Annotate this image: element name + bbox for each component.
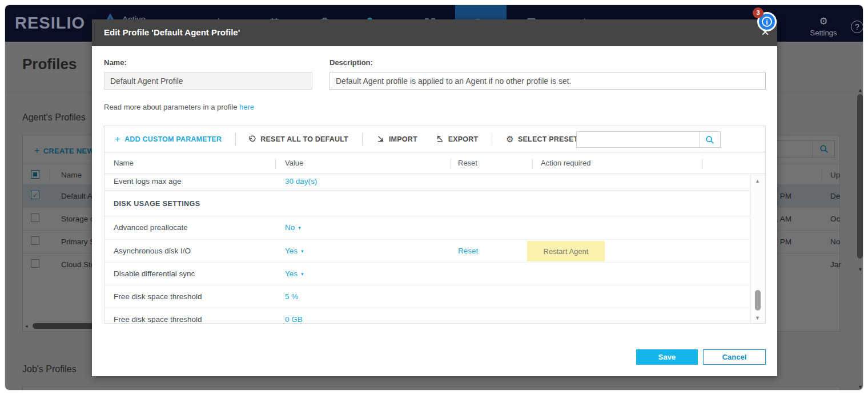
modal-title: Edit Profile 'Default Agent Profile' [104,27,240,37]
notification-badge: 3 [753,7,763,18]
parameter-search-input[interactable] [577,132,699,147]
chevron-down-icon: ▾ [301,248,304,254]
profile-description-field[interactable] [329,72,766,90]
parameter-search-box [576,131,721,148]
modal-header: Edit Profile 'Default Agent Profile' × [92,19,777,46]
export-icon [436,135,444,143]
parameter-value[interactable]: 0 GB [285,315,303,323]
parameter-value[interactable]: 5 % [285,292,298,301]
edit-profile-modal: Edit Profile 'Default Agent Profile' × N… [92,19,777,376]
parameter-value-dropdown[interactable]: Yes▾ [285,269,304,278]
parameter-row: Disable differential sync Yes▾ [105,262,751,285]
window-frame: RESILIO Active [0,0,868,395]
parameter-row: Event logs max age 30 day(s) [105,175,751,191]
parameter-value-dropdown[interactable]: Yes▾ [285,247,304,255]
parameters-panel: + ADD CUSTOM PARAMETER RESET ALL TO DEFA… [104,126,766,324]
parameters-scrollbar[interactable]: ▲ ▼ [750,175,765,323]
profile-name-field[interactable] [104,72,312,90]
plus-icon: + [115,134,120,145]
description-label: Description: [329,58,373,67]
readmore-text: Read more about parameters in a profile … [104,103,254,111]
undo-icon [248,135,256,143]
section-header-row: DISK USAGE SETTINGS [105,191,751,216]
column-name: Name [114,159,134,167]
import-icon [376,135,385,143]
parameters-table-body: Event logs max age 30 day(s) DISK USAGE … [105,175,765,323]
scrollbar-thumb[interactable] [755,290,761,311]
parameter-row: Asynchronous disk I/O Yes▾ Reset Restart… [105,239,751,262]
add-custom-parameter-button[interactable]: + ADD CUSTOM PARAMETER [115,134,222,145]
help-button[interactable]: ? [851,21,863,33]
chevron-down-icon: ▾ [301,271,304,277]
settings-label: Settings [803,29,843,37]
column-reset: Reset [458,159,477,167]
reset-link[interactable]: Reset [458,247,478,255]
save-button[interactable]: Save [636,349,698,365]
help-icon: ? [855,22,859,31]
parameter-value[interactable]: 30 day(s) [285,177,317,186]
resilio-logo: RESILIO [15,14,85,33]
export-button[interactable]: EXPORT [436,135,479,143]
chevron-down-icon: ▾ [298,225,301,231]
column-value: Value [285,159,303,167]
scroll-down-icon[interactable]: ▼ [755,315,760,321]
search-button[interactable] [699,132,720,147]
parameters-table-header: Name Value Reset Action required [105,152,765,174]
parameters-toolbar: + ADD CUSTOM PARAMETER RESET ALL TO DEFA… [105,126,765,152]
parameter-row: Advanced preallocate No▾ [105,216,751,239]
cancel-button[interactable]: Cancel [703,349,766,365]
reset-all-to-default-button[interactable]: RESET ALL TO DEFAULT [248,135,348,143]
gear-icon: ⚙ [803,17,843,26]
app-window: RESILIO Active [5,5,863,390]
parameter-row: Free disk space threshold 0 GB [105,308,751,323]
readmore-link[interactable]: here [239,103,254,111]
restart-agent-badge: Restart Agent [527,241,605,261]
gear-icon: ⚙ [506,134,514,144]
column-action-required: Action required [541,159,590,167]
select-preset-button[interactable]: ⚙ SELECT PRESET [506,134,578,144]
name-label: Name: [104,58,127,67]
import-button[interactable]: IMPORT [376,135,417,143]
scroll-up-icon[interactable]: ▲ [755,178,760,184]
settings-button[interactable]: ⚙ Settings [803,17,843,37]
parameter-value-dropdown[interactable]: No▾ [285,223,301,232]
parameter-row: Free disk space threshold 5 % [105,285,751,308]
